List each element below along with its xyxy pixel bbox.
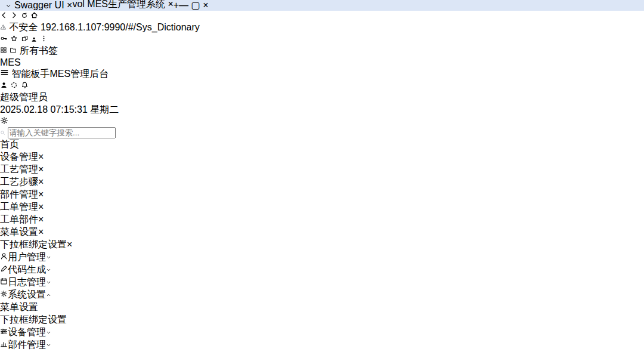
window-minimize-button[interactable]: — — [179, 0, 188, 10]
app-tab[interactable]: 首页 — [0, 138, 644, 151]
username: 超级管理员 — [0, 91, 644, 104]
security-label: 不安全 — [9, 22, 38, 32]
app-title: 智能板手MES管理后台 — [11, 69, 109, 79]
window-close-button[interactable]: × — [203, 0, 208, 10]
forward-icon[interactable] — [10, 11, 18, 21]
chevron-down-icon — [46, 264, 51, 274]
url-text: 192.168.1.107:9990/#/Sys_Dictionary — [41, 22, 200, 32]
user-icon — [0, 252, 8, 262]
close-icon[interactable]: × — [38, 164, 44, 174]
sidebar-item[interactable]: 系统设置 — [0, 289, 644, 301]
user-info: 超级管理员 2025.02.18 07:15:31 星期二 — [0, 91, 644, 116]
all-bookmarks-label: 所有书签 — [20, 45, 58, 55]
sidebar-collapse-icon[interactable] — [0, 69, 9, 79]
sidebar-item-label: 部件管理 — [8, 339, 46, 350]
close-icon[interactable]: × — [67, 0, 72, 10]
body: 用户管理代码生成日志管理系统设置菜单设置下拉框绑定设置设备管理部件管理工艺管理工… — [0, 251, 644, 352]
sidebar-subitem[interactable]: 下拉框绑定设置 — [0, 314, 644, 326]
chart-icon — [0, 339, 8, 350]
notifications-bell-icon[interactable] — [21, 81, 29, 91]
screen: Swagger UI × vol MES生产管理系统 × + — ▢ × 不安全… — [0, 0, 644, 352]
window-maximize-button[interactable]: ▢ — [191, 0, 200, 10]
app-tab[interactable]: 工艺管理× — [0, 163, 644, 176]
browser-tab-mes[interactable]: vol MES生产管理系统 × — [72, 0, 173, 11]
close-icon[interactable]: × — [38, 202, 44, 212]
not-secure-warning-icon — [0, 22, 7, 32]
password-key-icon[interactable] — [0, 34, 8, 44]
sidebar-search — [0, 127, 644, 138]
pen-icon — [0, 264, 8, 274]
back-icon[interactable] — [0, 11, 8, 21]
apps-grid-icon[interactable] — [0, 45, 7, 55]
browser-tab-title: MES生产管理系统 — [87, 0, 165, 9]
address-bar[interactable]: 不安全 192.168.1.107:9990/#/Sys_Dictionary — [0, 21, 644, 34]
sidebar-item-label: 代码生成 — [8, 264, 46, 274]
app-tab-label: 下拉框绑定设置 — [0, 239, 67, 249]
sidebar-subitem[interactable]: 菜单设置 — [0, 301, 644, 314]
close-icon[interactable]: × — [38, 227, 44, 237]
app-logo: MES — [0, 57, 644, 68]
datetime: 2025.02.18 07:15:31 星期二 — [0, 104, 644, 116]
app-header: MES 智能板手MES管理后台 超级管理员 2025.02.18 07:15:3… — [0, 57, 644, 127]
theme-circle-icon[interactable] — [10, 81, 18, 91]
sidebar-item[interactable]: 部件管理 — [0, 339, 644, 351]
contact-user-icon[interactable] — [0, 81, 8, 91]
navbar-right — [0, 34, 644, 45]
folder-icon — [10, 47, 17, 54]
browser-tab-swagger[interactable]: Swagger UI × — [14, 0, 72, 11]
mes-favicon-icon: vol — [72, 0, 84, 9]
app-tabbar: 首页设备管理×工艺管理×工艺步骤×部件管理×工单管理×工单部件×菜单设置×下拉框… — [0, 138, 644, 251]
app-tab-label: 工艺管理 — [0, 164, 38, 174]
app-tab-label: 设备管理 — [0, 152, 38, 162]
sidebar-item-label: 日志管理 — [8, 277, 46, 287]
home-icon[interactable] — [30, 11, 38, 21]
sidebar-item-label: 用户管理 — [8, 252, 46, 262]
tab-band: 首页设备管理×工艺管理×工艺步骤×部件管理×工单管理×工单部件×菜单设置×下拉框… — [0, 127, 644, 251]
close-icon[interactable]: × — [38, 177, 44, 187]
menu-search-input[interactable] — [8, 127, 116, 138]
browser-profile-icon[interactable] — [31, 34, 37, 44]
chevron-up-icon — [46, 289, 51, 299]
browser-navbar: 不安全 192.168.1.107:9990/#/Sys_Dictionary — [0, 11, 644, 45]
search-icon — [0, 130, 5, 135]
close-icon[interactable]: × — [38, 189, 44, 199]
reload-icon[interactable] — [21, 11, 28, 21]
chevron-down-icon — [46, 252, 51, 262]
sidebar-menu: 用户管理代码生成日志管理系统设置菜单设置下拉框绑定设置设备管理部件管理工艺管理工… — [0, 251, 644, 352]
all-bookmarks-button[interactable]: 所有书签 — [10, 45, 57, 55]
settings-gear-icon[interactable] — [0, 116, 8, 126]
app-tab[interactable]: 下拉框绑定设置× — [0, 239, 644, 251]
calendar-icon — [0, 277, 8, 287]
app-tab-label: 首页 — [0, 139, 19, 149]
extensions-icon[interactable] — [21, 34, 29, 44]
sidebar-item[interactable]: 日志管理 — [0, 276, 644, 289]
close-icon[interactable]: × — [168, 0, 173, 9]
app-tab-label: 工艺步骤 — [0, 177, 38, 187]
app-tab[interactable]: 菜单设置× — [0, 226, 644, 239]
chevron-down-icon — [46, 327, 51, 337]
app-tab-label: 工单管理 — [0, 202, 38, 212]
app-tab[interactable]: 设备管理× — [0, 151, 644, 163]
close-icon[interactable]: × — [67, 239, 72, 249]
bookmark-star-icon[interactable] — [10, 34, 18, 44]
close-icon[interactable]: × — [38, 152, 44, 162]
close-icon[interactable]: × — [38, 214, 44, 224]
bookmarks-bar: 所有书签 — [0, 45, 644, 57]
chevron-down-icon — [46, 339, 51, 350]
tab-search-chevron-icon[interactable] — [4, 2, 13, 10]
gear-icon — [0, 289, 8, 299]
sidebar-item[interactable]: 代码生成 — [0, 264, 644, 276]
app-tab[interactable]: 工单部件× — [0, 214, 644, 226]
browser-menu-dots-icon[interactable] — [40, 34, 48, 44]
app-tab-label: 工单部件 — [0, 214, 38, 224]
new-tab-button[interactable]: + — [174, 0, 179, 11]
app-tab[interactable]: 工艺步骤× — [0, 176, 644, 189]
app-tab[interactable]: 部件管理× — [0, 189, 644, 201]
sidebar-item[interactable]: 用户管理 — [0, 251, 644, 264]
app-tab[interactable]: 工单管理× — [0, 201, 644, 214]
app-tab-label: 部件管理 — [0, 189, 38, 199]
sidebar-item-label: 设备管理 — [8, 327, 46, 337]
app-tab-label: 菜单设置 — [0, 227, 38, 237]
browser-tab-title: Swagger UI — [14, 0, 64, 10]
sidebar-item[interactable]: 设备管理 — [0, 326, 644, 339]
